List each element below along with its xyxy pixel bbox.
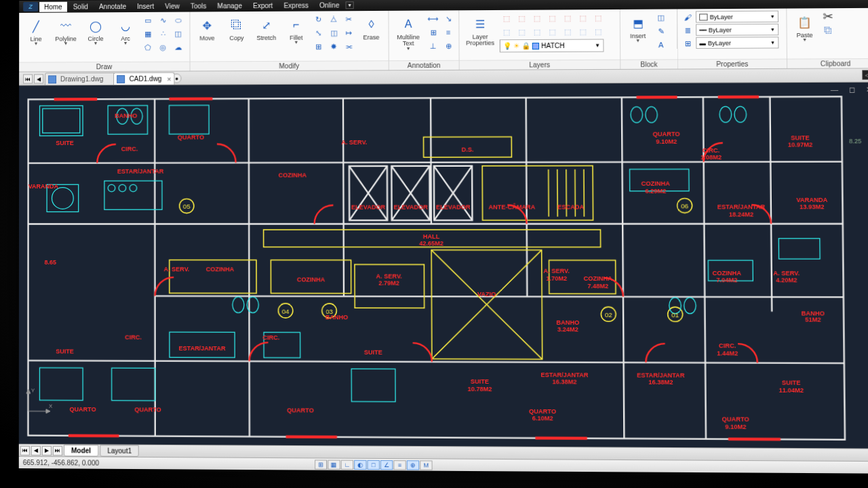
doc-tab-cad1[interactable]: CAD1.dwg× xyxy=(113,73,174,85)
layer-freeze-icon[interactable]: ⬚ xyxy=(515,12,529,24)
menu-home[interactable]: Home xyxy=(39,1,67,12)
dyn-toggle[interactable]: ⊕ xyxy=(407,460,419,470)
svg-text:05: 05 xyxy=(183,203,191,210)
ellipse-icon[interactable]: ⬭ xyxy=(171,14,184,26)
copy-button[interactable]: ⿻Copy xyxy=(222,14,251,44)
menu-tools[interactable]: Tools xyxy=(186,1,212,11)
doc-tab-drawing1[interactable]: Drawing1.dwg xyxy=(45,73,116,85)
layer-lock-icon[interactable]: ⬚ xyxy=(545,12,559,24)
polygon-icon[interactable]: ⬠ xyxy=(141,41,155,54)
block-attr-icon[interactable]: A xyxy=(654,39,668,51)
copy-clip-icon[interactable]: ⿻ xyxy=(821,24,835,36)
layer-off-icon[interactable]: ⬚ xyxy=(499,12,513,24)
revision-icon[interactable]: ☁ xyxy=(171,41,184,54)
layer-state-icon[interactable]: ⬚ xyxy=(591,12,606,24)
extend-icon[interactable]: ↦ xyxy=(342,26,355,39)
svg-text:7.48M2: 7.48M2 xyxy=(587,283,608,289)
layout-tab-model[interactable]: Model xyxy=(64,445,98,456)
layer-delete-icon[interactable]: ⬚ xyxy=(591,25,606,37)
props-palette-icon[interactable]: ⊞ xyxy=(681,37,695,49)
layer-merge-icon[interactable]: ⬚ xyxy=(576,25,590,37)
mtext-button[interactable]: AMultiline Text▼ xyxy=(392,13,425,53)
tab-nav-first-icon[interactable]: ⏮ xyxy=(23,74,33,83)
ortho-toggle[interactable]: ∟ xyxy=(341,460,353,469)
center-icon[interactable]: ⊕ xyxy=(441,40,455,52)
array-icon[interactable]: ⊞ xyxy=(312,41,326,53)
menu-annotate[interactable]: Annotate xyxy=(94,1,131,12)
color-combo[interactable]: ByLayer▼ xyxy=(696,11,778,23)
cut-icon[interactable]: ✂ xyxy=(821,10,835,22)
paste-button[interactable]: 📋Paste▼ xyxy=(789,10,819,44)
match-props-icon[interactable]: 🖌 xyxy=(680,11,694,23)
donut-icon[interactable]: ◎ xyxy=(156,41,170,54)
osnap-toggle[interactable]: □ xyxy=(367,460,379,469)
menu-view[interactable]: View xyxy=(160,1,184,11)
menu-overflow-icon[interactable]: ▾ xyxy=(345,1,353,9)
stretch-button[interactable]: ⤢Stretch xyxy=(252,14,281,44)
join-icon[interactable]: ⫘ xyxy=(342,40,355,52)
layer-thaw-icon[interactable]: ⬚ xyxy=(515,26,529,38)
layer-iso-icon[interactable]: ⬚ xyxy=(530,12,544,24)
explode-icon[interactable]: ✸ xyxy=(327,40,340,52)
snap-toggle[interactable]: ⊞ xyxy=(315,460,327,469)
insert-button[interactable]: ⬒Insert▼ xyxy=(623,12,653,45)
layer-properties-button[interactable]: ☰Layer Properties xyxy=(462,12,498,49)
dimension-icon[interactable]: ⟷ xyxy=(426,12,439,24)
leader-icon[interactable]: ↘ xyxy=(441,12,455,24)
menu-express[interactable]: Express xyxy=(279,0,313,10)
layer-unlock-icon[interactable]: ⬚ xyxy=(545,26,559,38)
lock-icon: 🔒 xyxy=(521,42,530,49)
region-icon[interactable]: ◫ xyxy=(171,28,184,40)
layout-tab-layout1[interactable]: Layout1 xyxy=(100,445,139,456)
layer-on-icon[interactable]: ⬚ xyxy=(500,26,514,38)
menu-solid[interactable]: Solid xyxy=(68,1,93,12)
spline-icon[interactable]: ∿ xyxy=(156,14,170,26)
ordinate-icon[interactable]: ⊥ xyxy=(427,40,440,52)
menu-manage[interactable]: Manage xyxy=(212,1,247,11)
layout-nav-next-icon[interactable]: ▶ xyxy=(42,445,52,455)
close-tab-icon[interactable]: × xyxy=(167,75,171,83)
erase-button[interactable]: ◊Erase xyxy=(357,13,385,43)
polar-toggle[interactable]: ◐ xyxy=(354,460,366,469)
circle-button[interactable]: ◯Circle▼ xyxy=(81,14,110,47)
layer-walk-icon[interactable]: ⬚ xyxy=(561,26,575,38)
tab-scroll-left-icon[interactable]: ◁ xyxy=(862,70,868,79)
rotate-icon[interactable]: ↻ xyxy=(312,13,326,25)
drawing-canvas[interactable]: — ◻ ✕ 3.50 0.55 6.70 2.90 1.00 2.10 9.65… xyxy=(19,83,868,449)
layer-combo[interactable]: 💡 ☀ 🔒 HATCH ▼ xyxy=(500,39,604,52)
layout-nav-last-icon[interactable]: ⏭ xyxy=(53,446,62,455)
move-button[interactable]: ✥Move xyxy=(193,14,221,44)
tab-nav-prev-icon[interactable]: ◀ xyxy=(34,74,43,83)
hatch-icon[interactable]: ▦ xyxy=(141,28,155,40)
offset-icon[interactable]: ◫ xyxy=(327,26,340,39)
menu-export[interactable]: Export xyxy=(248,0,277,10)
layer-prev-icon[interactable]: ⬚ xyxy=(576,12,590,24)
menu-insert[interactable]: Insert xyxy=(132,1,159,11)
polyline-button[interactable]: 〰Polyline▼ xyxy=(52,14,80,47)
lwt-toggle[interactable]: ≡ xyxy=(393,460,406,470)
arc-button[interactable]: ◡Arc▼ xyxy=(111,14,140,47)
layout-nav-first-icon[interactable]: ⏮ xyxy=(20,445,30,455)
layout-nav-prev-icon[interactable]: ◀ xyxy=(31,445,41,455)
linetype-combo[interactable]: ━━ByLayer▼ xyxy=(696,24,778,36)
layer-match-icon[interactable]: ⬚ xyxy=(560,12,574,24)
block-create-icon[interactable]: ◫ xyxy=(654,12,668,24)
point-icon[interactable]: ∴ xyxy=(156,28,170,40)
fillet-button[interactable]: ⌐Fillet▼ xyxy=(282,14,311,47)
model-toggle[interactable]: M xyxy=(420,460,432,470)
lineweight-combo[interactable]: ▬ByLayer▼ xyxy=(696,37,778,49)
mirror-icon[interactable]: ⧊ xyxy=(327,13,340,25)
viewport-controls[interactable]: — ◻ ✕ xyxy=(831,85,868,94)
scale-icon[interactable]: ⤡ xyxy=(312,26,326,39)
field-icon[interactable]: ≡ xyxy=(441,26,455,38)
block-edit-icon[interactable]: ✎ xyxy=(654,25,668,37)
table-icon[interactable]: ⊞ xyxy=(426,26,439,39)
list-icon[interactable]: ≣ xyxy=(680,24,694,37)
otrack-toggle[interactable]: ∠ xyxy=(380,460,393,469)
line-button[interactable]: ╱Line▼ xyxy=(22,15,50,48)
layer-uniso-icon[interactable]: ⬚ xyxy=(530,26,545,38)
rectangle-icon[interactable]: ▭ xyxy=(141,14,155,26)
menu-online[interactable]: Online xyxy=(315,0,344,10)
trim-icon[interactable]: ✂ xyxy=(342,13,355,25)
grid-toggle[interactable]: ▦ xyxy=(328,460,340,469)
